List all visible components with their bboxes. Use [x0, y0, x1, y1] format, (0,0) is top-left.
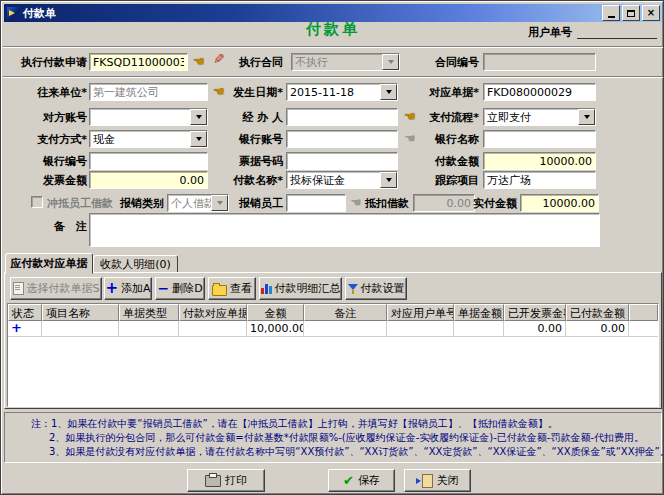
counterparty-input: [89, 83, 208, 101]
save-button[interactable]: 保存: [328, 469, 395, 492]
chevron-down-icon[interactable]: [380, 84, 397, 100]
payment-amount-input[interactable]: [483, 152, 596, 170]
table-header-status[interactable]: 状态: [8, 304, 42, 321]
row-amount-cell: 10,000.00: [247, 321, 304, 337]
minimize-button[interactable]: [602, 5, 620, 21]
view-button[interactable]: 查看: [208, 277, 256, 300]
maximize-button[interactable]: [622, 5, 640, 21]
table-header-filler: [629, 304, 658, 321]
divider: [3, 76, 663, 78]
chevron-down-icon[interactable]: [190, 131, 207, 147]
plus-icon: [105, 282, 118, 296]
bill-no-input[interactable]: [286, 152, 398, 170]
payment-form-window: 付款单 × 付款单 用户单号 执行付款申请 执行合同 不执行 合同编号 往来单位…: [0, 0, 664, 495]
reimburse-type-label: 报销类别: [116, 197, 164, 210]
deduct-loan-input: [413, 194, 475, 212]
offset-loan-label: 冲抵员工借款: [47, 197, 113, 210]
counterparty-label: 往来单位*: [3, 86, 87, 99]
user-no-label: 用户单号: [528, 26, 574, 39]
bank-name-input[interactable]: [483, 130, 596, 148]
select-doc-icon: [13, 282, 24, 295]
remark-label: 备 注: [41, 220, 87, 233]
chevron-down-icon[interactable]: [190, 109, 207, 125]
divider: [3, 46, 663, 48]
invoice-amount-input[interactable]: [89, 171, 208, 189]
printer-icon: [205, 475, 221, 487]
note-line-2: 2、如果执行的分包合同，那么可付款金额=付款基数*付款限额%-(应收履约保证金-…: [49, 432, 644, 444]
print-button[interactable]: 打印: [187, 469, 265, 492]
payment-name-combo[interactable]: 投标保证金: [286, 171, 398, 189]
add-button[interactable]: 添加A: [104, 277, 152, 300]
tab-payee-detail[interactable]: 收款人明细(0): [93, 255, 178, 273]
row-remark-cell: [304, 321, 387, 337]
close-button[interactable]: ×: [642, 5, 660, 21]
payment-name-value: 投标保证金: [287, 172, 380, 188]
window-title: 付款单: [23, 6, 600, 21]
user-no-input[interactable]: [577, 24, 657, 39]
payment-method-combo[interactable]: 现金: [89, 130, 208, 148]
table-header-user-doc-no[interactable]: 对应用户单号: [387, 304, 454, 321]
actual-amount-input[interactable]: [520, 194, 599, 212]
table-header-project-name[interactable]: 项目名称: [42, 304, 119, 321]
table-header-paid-amount[interactable]: 已付款金额: [566, 304, 629, 321]
contract-no-label: 合同编号: [425, 56, 479, 69]
payment-flow-value: 立即支付: [484, 109, 578, 125]
table-header-remark[interactable]: 备注: [304, 304, 387, 321]
chevron-down-icon[interactable]: [380, 172, 397, 188]
reimburse-employee-input[interactable]: [286, 194, 346, 212]
row-plus-icon: +: [11, 321, 22, 335]
exec-contract-value: 不执行: [292, 54, 382, 70]
minus-icon: [157, 282, 169, 296]
payment-settings-button[interactable]: 付款设置: [345, 277, 407, 300]
funnel-settings-icon: [348, 284, 358, 294]
offset-loan-checkbox: [31, 196, 43, 208]
exec-request-input[interactable]: [89, 53, 188, 71]
payment-flow-combo[interactable]: 立即支付: [483, 108, 596, 126]
table-header-doc-type[interactable]: 单据类型: [119, 304, 179, 321]
handler-input[interactable]: [286, 108, 398, 126]
row-pay-doc-cell: [179, 321, 247, 337]
select-payment-doc-label: 选择付款单据S: [27, 281, 100, 296]
bank-account-input[interactable]: [286, 130, 398, 148]
table-header-invoiced-amount[interactable]: 已开发票金额: [504, 304, 566, 321]
app-icon: [7, 7, 19, 19]
row-project-name-cell: [42, 321, 119, 337]
table-header-row: 状态 项目名称 单据类型 付款对应单据 金额 备注 对应用户单号 单据金额 已开…: [8, 304, 658, 321]
bank-code-input[interactable]: [89, 152, 208, 170]
bank-code-label: 银行编号: [3, 155, 87, 168]
table-header-amount[interactable]: 金额: [247, 304, 304, 321]
delete-button[interactable]: 删除D: [155, 277, 205, 300]
corresponding-doc-label: 对应单据*: [421, 86, 479, 99]
delete-button-label: 删除D: [172, 281, 202, 296]
close-window-button[interactable]: 关闭: [404, 469, 471, 492]
chevron-down-icon: [382, 54, 399, 70]
payment-amount-label: 付款金额: [421, 155, 479, 168]
exec-request-label: 执行付款申请: [3, 56, 87, 69]
table-header-doc-amount[interactable]: 单据金额: [454, 304, 504, 321]
view-button-label: 查看: [230, 281, 252, 296]
payment-detail-summary-button[interactable]: 付款明细汇总: [259, 277, 342, 300]
folder-icon: [212, 285, 227, 296]
other-account-label: 对方账号: [3, 111, 87, 124]
table-header-pay-doc[interactable]: 付款对应单据: [179, 304, 247, 321]
tab-payable-docs[interactable]: 应付款对应单据: [5, 253, 93, 274]
check-icon: [343, 474, 354, 488]
other-account-combo[interactable]: [89, 108, 208, 126]
payable-docs-table: 状态 项目名称 单据类型 付款对应单据 金额 备注 对应用户单号 单据金额 已开…: [7, 303, 659, 407]
edit-pen-icon[interactable]: [213, 52, 229, 68]
occur-date-combo[interactable]: 2015-11-18: [286, 83, 398, 101]
deduct-loan-label: 抵扣借款: [361, 197, 409, 210]
lookup-hand-icon[interactable]: [404, 109, 420, 124]
note-line-3: 3、如果是付款没有对应付款单据，请在付款名称中写明“XX预付款”、“XX订货款”…: [49, 446, 664, 458]
table-row[interactable]: + 10,000.00 0.00 0.00: [8, 321, 658, 337]
lookup-hand-icon[interactable]: [193, 54, 209, 69]
handler-label: 经 办 人: [227, 111, 283, 124]
summary-chart-icon: [261, 283, 272, 294]
bank-account-label: 银行账号: [227, 133, 283, 146]
occur-date-value: 2015-11-18: [287, 84, 380, 100]
remark-textarea[interactable]: [89, 213, 600, 247]
chevron-down-icon[interactable]: [578, 109, 595, 125]
tracking-project-input[interactable]: [483, 171, 596, 189]
corresponding-doc-input[interactable]: [483, 83, 596, 101]
exit-door-icon: [422, 474, 433, 488]
